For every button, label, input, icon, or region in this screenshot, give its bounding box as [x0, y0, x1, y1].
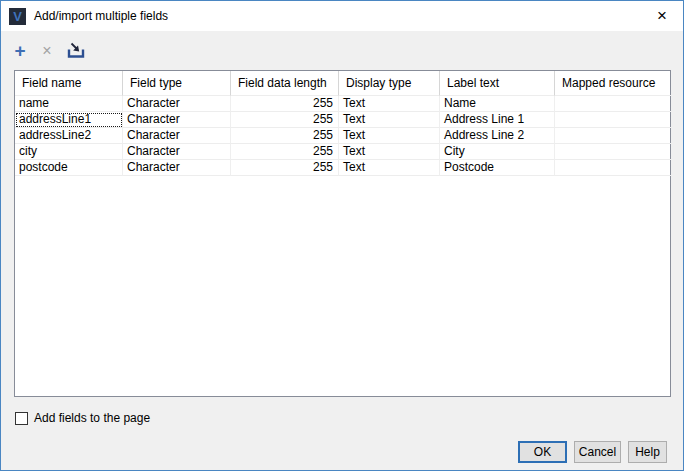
help-button[interactable]: Help — [628, 441, 667, 463]
cell-field-type[interactable]: Character — [123, 112, 231, 128]
app-logo-icon: V — [9, 8, 26, 25]
cell-label-text[interactable]: Address Line 2 — [440, 128, 555, 144]
cell-mapped-resource[interactable] — [555, 112, 671, 128]
cell-mapped-resource[interactable] — [555, 144, 671, 160]
add-fields-to-page-option[interactable]: Add fields to the page — [15, 410, 150, 426]
toolbar: + × — [1, 31, 683, 70]
add-fields-to-page-checkbox[interactable] — [15, 412, 28, 425]
import-fields-icon[interactable] — [65, 42, 87, 60]
table-row: nameCharacter255TextName — [15, 96, 670, 112]
cell-mapped-resource[interactable] — [555, 96, 671, 112]
cell-field-name[interactable]: city — [15, 144, 123, 160]
cell-label-text[interactable]: City — [440, 144, 555, 160]
table-row: postcodeCharacter255TextPostcode — [15, 160, 670, 176]
cell-field-data-length[interactable]: 255 — [231, 160, 339, 176]
titlebar: V Add/import multiple fields × — [1, 1, 683, 31]
add-import-multiple-fields-dialog: V Add/import multiple fields × + × Field… — [0, 0, 684, 471]
table-body: nameCharacter255TextNameaddressLine1Char… — [15, 96, 670, 176]
cell-field-name[interactable]: postcode — [15, 160, 123, 176]
cell-label-text[interactable]: Name — [440, 96, 555, 112]
cell-field-data-length[interactable]: 255 — [231, 112, 339, 128]
ok-button[interactable]: OK — [518, 441, 567, 463]
cell-mapped-resource[interactable] — [555, 160, 671, 176]
add-fields-to-page-label: Add fields to the page — [34, 411, 150, 425]
column-header-field-name[interactable]: Field name — [15, 71, 123, 96]
cell-label-text[interactable]: Address Line 1 — [440, 112, 555, 128]
table-row: addressLine1Character255TextAddress Line… — [15, 112, 670, 128]
cell-field-name[interactable]: addressLine1 — [15, 112, 123, 128]
table-header: Field nameField typeField data lengthDis… — [15, 71, 670, 96]
column-header-field-data-length[interactable]: Field data length — [231, 71, 339, 96]
cell-display-type[interactable]: Text — [339, 112, 440, 128]
column-header-field-type[interactable]: Field type — [123, 71, 231, 96]
add-field-icon[interactable]: + — [11, 42, 29, 60]
cell-display-type[interactable]: Text — [339, 96, 440, 112]
table-row: addressLine2Character255TextAddress Line… — [15, 128, 670, 144]
cell-label-text[interactable]: Postcode — [440, 160, 555, 176]
cell-field-data-length[interactable]: 255 — [231, 128, 339, 144]
cell-field-data-length[interactable]: 255 — [231, 144, 339, 160]
cell-display-type[interactable]: Text — [339, 128, 440, 144]
column-header-mapped-resource[interactable]: Mapped resource — [555, 71, 671, 96]
table-row: cityCharacter255TextCity — [15, 144, 670, 160]
cell-field-type[interactable]: Character — [123, 144, 231, 160]
delete-field-icon[interactable]: × — [38, 42, 56, 60]
cell-field-type[interactable]: Character — [123, 160, 231, 176]
cell-display-type[interactable]: Text — [339, 160, 440, 176]
column-header-label-text[interactable]: Label text — [440, 71, 555, 96]
cancel-button[interactable]: Cancel — [574, 441, 621, 463]
dialog-title: Add/import multiple fields — [34, 9, 168, 23]
cell-field-name[interactable]: name — [15, 96, 123, 112]
cell-field-type[interactable]: Character — [123, 96, 231, 112]
fields-table: Field nameField typeField data lengthDis… — [14, 70, 671, 397]
cell-field-data-length[interactable]: 255 — [231, 96, 339, 112]
cell-mapped-resource[interactable] — [555, 128, 671, 144]
column-header-display-type[interactable]: Display type — [339, 71, 440, 96]
footer-buttons: OK Cancel Help — [518, 441, 667, 463]
cell-field-name[interactable]: addressLine2 — [15, 128, 123, 144]
cell-display-type[interactable]: Text — [339, 144, 440, 160]
cell-field-type[interactable]: Character — [123, 128, 231, 144]
close-icon[interactable]: × — [641, 1, 683, 31]
